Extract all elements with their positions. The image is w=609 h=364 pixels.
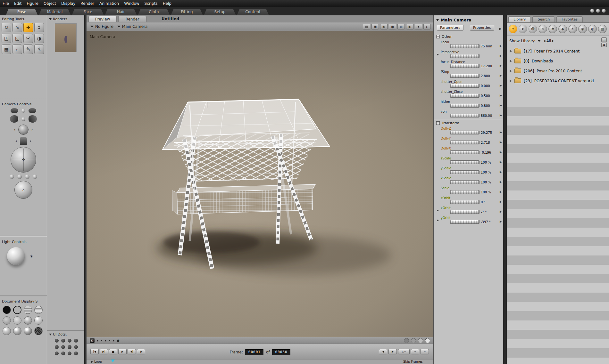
camera-trackball[interactable]: ✛ xyxy=(11,147,36,173)
display-style-silhouette[interactable] xyxy=(3,306,11,314)
tab-content[interactable]: Content xyxy=(237,9,269,15)
scale-tool[interactable]: ◰ xyxy=(2,34,11,43)
library-folder-downloads[interactable]: [0]Downloads xyxy=(507,56,609,66)
display-style-smooth-lined[interactable] xyxy=(13,327,21,335)
ui-dot[interactable] xyxy=(55,352,59,355)
render-thumbnail[interactable] xyxy=(55,23,77,52)
menu-file[interactable]: File xyxy=(0,1,12,6)
translate-in-out-tool[interactable]: ↕ xyxy=(34,23,44,32)
param-group-other[interactable]: −Other xyxy=(434,33,503,40)
add-keyframe-button[interactable]: + xyxy=(411,349,419,354)
show-library-dropdown-icon[interactable] xyxy=(538,40,541,42)
ui-dot[interactable] xyxy=(61,345,65,349)
param-dial[interactable] xyxy=(450,94,480,98)
display-style-hidden-line[interactable] xyxy=(34,306,43,314)
tab-cloth[interactable]: Cloth xyxy=(138,9,170,15)
menu-figure[interactable]: Figure xyxy=(24,1,41,6)
lights-category-icon[interactable]: ☀ xyxy=(568,25,577,33)
library-figure-button[interactable]: ▪ xyxy=(601,43,607,47)
library-folder-poser-pro-2010-content[interactable]: [206]Poser Pro 2010 Content xyxy=(507,66,609,76)
window-circle-icon[interactable] xyxy=(596,9,600,13)
param-group-transform[interactable]: −Transform xyxy=(434,119,503,126)
delete-keyframe-button[interactable]: − xyxy=(421,349,429,354)
param-dial[interactable] xyxy=(450,190,480,194)
menu-window[interactable]: Window xyxy=(121,1,142,6)
library-folder-poser2014-content-vergurkt[interactable]: [29]POSER2014 CONTENT vergurkt xyxy=(507,76,609,86)
tab-hair[interactable]: Hair xyxy=(105,9,137,15)
param-dial[interactable] xyxy=(450,44,480,48)
preview-style-dark[interactable] xyxy=(404,338,409,343)
collapse-triangle-icon[interactable] xyxy=(49,18,52,20)
chain-break-tool[interactable]: ✂ xyxy=(23,34,33,43)
library-folder-poser-pro-2014-content[interactable]: [17]Poser Pro 2014 Content xyxy=(507,46,609,56)
param-dial[interactable] xyxy=(450,74,480,78)
stop-button[interactable]: ■ xyxy=(109,349,117,354)
play-button[interactable]: ▶ xyxy=(118,349,127,354)
library-tab-search[interactable]: Search xyxy=(532,16,555,22)
next-frame-button[interactable]: |▶ xyxy=(137,349,145,354)
ui-dot[interactable] xyxy=(68,339,71,343)
param-flyout-icon[interactable]: ▶ xyxy=(500,54,502,57)
ui-dot[interactable] xyxy=(74,339,78,343)
ui-dot[interactable] xyxy=(68,345,71,349)
param-dial[interactable] xyxy=(450,114,480,117)
param-flyout-icon[interactable]: ▶ xyxy=(500,74,502,77)
ball-light-icon[interactable]: ◍ xyxy=(397,24,405,29)
hand-camera-ball-icon[interactable] xyxy=(21,109,25,113)
ball-dark-icon[interactable]: ● xyxy=(389,24,396,29)
viewport-canvas[interactable]: Main Camera xyxy=(87,31,433,337)
preview-style-light[interactable] xyxy=(418,338,423,343)
light-globe-control[interactable] xyxy=(7,247,25,265)
param-flyout-icon[interactable]: ▶ xyxy=(500,141,502,144)
fly-around-camera-icon[interactable]: ⌂ xyxy=(14,181,32,199)
ui-dot[interactable] xyxy=(74,352,78,355)
first-frame-button[interactable]: |◀ xyxy=(90,349,99,354)
morphing-tool-tool[interactable]: ✎ xyxy=(23,44,33,54)
param-flyout-icon[interactable]: ▶ xyxy=(500,104,502,107)
left-hand-camera-icon[interactable] xyxy=(11,108,18,113)
current-frame-field[interactable]: 00001 xyxy=(246,349,263,355)
doc-tab-render[interactable]: Render xyxy=(118,16,146,22)
step-back-button[interactable]: ◀ xyxy=(379,349,387,354)
param-dial[interactable] xyxy=(450,84,480,88)
right-camera-head-icon[interactable] xyxy=(29,115,37,123)
library-tab-library[interactable]: Library xyxy=(508,16,531,22)
dot-1-icon[interactable]: • xyxy=(101,339,103,342)
params-tab-properties[interactable]: Properties xyxy=(470,25,494,31)
tab-fitting[interactable]: Fitting xyxy=(171,9,203,15)
hands-category-icon[interactable]: ✱ xyxy=(548,25,557,33)
dropdown-3-icon[interactable]: ▾ xyxy=(113,339,114,342)
param-dial[interactable] xyxy=(450,220,480,224)
menu-help[interactable]: Help xyxy=(160,1,174,6)
ui-dot[interactable] xyxy=(68,352,71,355)
tab-face[interactable]: Face xyxy=(72,9,104,15)
color-tool[interactable]: ◑ xyxy=(34,34,44,43)
posing-camera-icon[interactable] xyxy=(20,137,27,145)
expression-category-icon[interactable]: ☻ xyxy=(529,25,537,33)
edit-keyframes-button[interactable]: ○─ xyxy=(398,349,410,354)
preview-style-lit[interactable] xyxy=(425,338,430,343)
last-frame-button[interactable]: ▶| xyxy=(100,349,108,354)
ball-icon[interactable]: ● xyxy=(117,339,120,342)
skip-frames-label[interactable]: Skip Frames xyxy=(403,360,423,363)
rotate-right-arrow-icon[interactable]: ▸ xyxy=(30,139,32,142)
param-dial[interactable] xyxy=(450,150,480,154)
param-flyout-icon[interactable]: ▶ xyxy=(500,220,502,223)
param-flyout-icon[interactable]: ▶ xyxy=(500,160,502,164)
display-style-texture-shaded[interactable] xyxy=(24,327,32,335)
ui-dot[interactable] xyxy=(74,345,78,349)
params-flyout-icon[interactable]: ▶ xyxy=(499,27,502,30)
expand-arrow-icon[interactable] xyxy=(510,50,512,53)
camera-selector[interactable]: Main Camera xyxy=(117,24,148,29)
param-flyout-icon[interactable]: ▶ xyxy=(500,84,502,87)
flyout-icon[interactable]: ▸ xyxy=(423,24,431,29)
display-style-flat-lined[interactable] xyxy=(24,316,32,325)
collapse-triangle-icon[interactable] xyxy=(49,334,52,336)
camera-plane-ball-icon[interactable] xyxy=(17,174,22,179)
window-circle-icon[interactable] xyxy=(602,9,606,13)
menu-scripts[interactable]: Scripts xyxy=(142,1,160,6)
step-forward-button[interactable]: ▶ xyxy=(388,349,397,354)
display-style-cartoon[interactable] xyxy=(34,316,43,325)
param-dial[interactable] xyxy=(450,170,480,174)
param-dial[interactable] xyxy=(450,131,480,134)
